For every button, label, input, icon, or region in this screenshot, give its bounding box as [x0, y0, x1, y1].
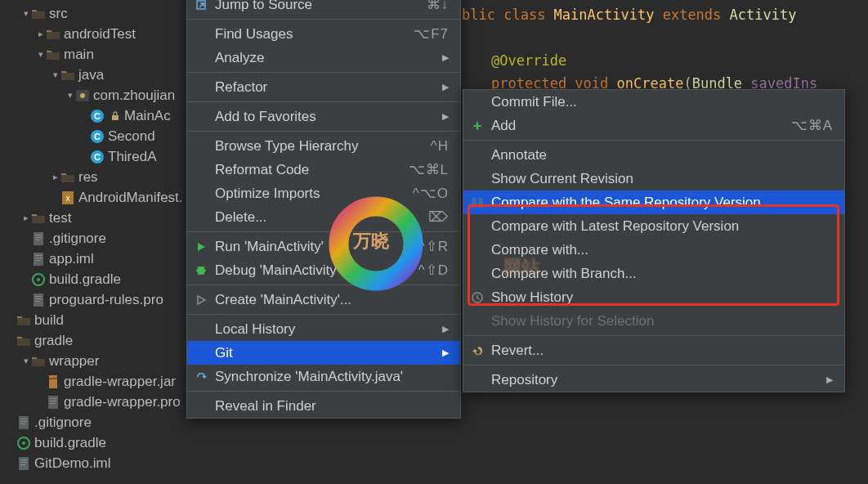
tree-item[interactable]: app.iml — [0, 249, 188, 269]
tree-item[interactable]: build.gradle — [0, 269, 188, 289]
menu-item[interactable]: Find Usages⌥F7 — [187, 22, 460, 46]
expand-arrow-icon[interactable]: ▸ — [51, 172, 60, 182]
tree-item[interactable]: build — [0, 310, 188, 330]
menu-item[interactable]: Commit File... — [463, 90, 844, 114]
tree-item[interactable]: .gitignore — [0, 228, 188, 249]
svg-point-5 — [80, 93, 85, 98]
tree-item[interactable]: ▾com.zhoujian — [0, 85, 188, 105]
menu-item[interactable]: Create 'MainActivity'... — [187, 288, 460, 311]
tree-item-label: gradle-wrapper.pro — [64, 394, 181, 410]
menu-item[interactable]: Local History▶ — [187, 317, 460, 341]
tree-item[interactable]: gradle-wrapper.jar — [0, 371, 188, 392]
menu-item[interactable]: Run 'MainActivity'^⇧R — [187, 235, 460, 258]
menu-item[interactable]: Add to Favorites▶ — [187, 105, 460, 128]
tree-item[interactable]: xAndroidManifest. — [0, 187, 188, 208]
menu-item[interactable]: Reveal in Finder — [187, 394, 460, 418]
menu-item[interactable]: Refactor▶ — [187, 75, 460, 99]
menu-item[interactable]: Compare with... — [463, 238, 844, 262]
context-menu[interactable]: Jump to Source⌘↓Find Usages⌥F7Analyze▶Re… — [186, 0, 461, 419]
menu-item[interactable]: Repository▶ — [463, 368, 844, 392]
menu-item-shortcut: ^⇧R — [418, 238, 449, 255]
menu-item[interactable]: Analyze▶ — [187, 46, 460, 69]
tree-item[interactable]: .gitignore — [0, 412, 188, 432]
tree-item[interactable]: ▸res — [0, 167, 188, 187]
menu-item-label: Show History for Selection — [491, 313, 833, 329]
menu-item[interactable]: Compare with Branch... — [463, 262, 844, 285]
tree-item[interactable]: GitDemo.iml — [0, 453, 188, 473]
expand-arrow-icon[interactable]: ▾ — [51, 69, 60, 80]
menu-item-label: Run 'MainActivity' — [215, 239, 396, 255]
tree-item[interactable]: ▸androidTest — [0, 24, 188, 44]
menu-item-label: Repository — [491, 372, 812, 388]
expand-arrow-icon[interactable]: ▾ — [21, 8, 31, 19]
tree-item[interactable]: ▾main — [0, 44, 188, 65]
tree-item[interactable]: ▾src — [0, 3, 188, 24]
package-icon — [75, 89, 90, 102]
menu-item[interactable]: Git▶ — [187, 341, 460, 365]
menu-item[interactable]: Annotate — [463, 143, 844, 167]
svg-rect-10 — [32, 216, 45, 223]
expand-arrow-icon[interactable]: ▾ — [21, 356, 31, 366]
tree-item-label: ThiredA — [108, 149, 157, 165]
sync-icon — [194, 370, 208, 383]
menu-item[interactable]: Show Current Revision — [463, 167, 844, 190]
svg-rect-14 — [35, 240, 40, 240]
folder-icon — [60, 69, 75, 82]
menu-item[interactable]: Optimize Imports^⌥O — [187, 182, 460, 205]
menu-item-shortcut: ⌥F7 — [414, 25, 449, 43]
menu-item[interactable]: Compare with the Same Repository Version — [463, 190, 844, 214]
menu-item[interactable]: Delete...⌦ — [187, 205, 460, 229]
file-prop-icon — [46, 396, 60, 409]
tree-item[interactable]: proguard-rules.pro — [0, 289, 188, 310]
menu-item[interactable]: Jump to Source⌘↓ — [187, 0, 460, 16]
code-token: Activity — [730, 7, 797, 23]
tree-item[interactable]: ▾wrapper — [0, 351, 188, 371]
menu-item-label: Find Usages — [215, 26, 391, 43]
git-submenu[interactable]: Commit File...+Add⌥⌘AAnnotateShow Curren… — [463, 89, 845, 392]
tree-item[interactable]: gradle — [0, 330, 188, 351]
menu-item-label: Annotate — [491, 147, 833, 164]
svg-rect-22 — [35, 296, 42, 297]
menu-item-shortcut: ⌦ — [428, 208, 449, 226]
menu-separator — [187, 101, 460, 102]
menu-item[interactable]: Debug 'MainActivity'^⇧D — [187, 258, 460, 282]
menu-item[interactable]: Synchronize 'MainActivity.java' — [187, 365, 460, 388]
run-cfg-icon — [194, 294, 208, 306]
expand-arrow-icon[interactable]: ▸ — [21, 213, 31, 223]
tree-item-label: com.zhoujian — [93, 87, 175, 104]
jump-icon — [194, 0, 208, 11]
svg-rect-25 — [17, 318, 30, 325]
svg-rect-12 — [35, 235, 42, 235]
tree-item[interactable]: ▾java — [0, 65, 188, 85]
menu-item-label: Add to Favorites — [215, 109, 427, 125]
tree-item-label: src — [49, 6, 68, 22]
expand-arrow-icon[interactable]: ▾ — [36, 49, 46, 60]
expand-arrow-icon[interactable]: ▸ — [36, 29, 46, 39]
tree-item-label: GitDemo.iml — [34, 455, 111, 472]
menu-item[interactable]: Browse Type Hierarchy^H — [187, 134, 460, 158]
tree-item[interactable]: CMainAc — [0, 105, 188, 126]
tree-item[interactable]: ▸test — [0, 208, 188, 228]
code-token: class — [503, 7, 553, 23]
svg-rect-7 — [61, 175, 74, 182]
tree-item-label: res — [78, 169, 98, 186]
tree-item[interactable]: gradle-wrapper.pro — [0, 392, 188, 412]
menu-item[interactable]: Show History — [463, 285, 844, 309]
expand-arrow-icon[interactable]: ▾ — [65, 90, 75, 101]
tree-item-label: Second — [108, 128, 155, 145]
menu-item[interactable]: +Add⌥⌘A — [463, 114, 844, 137]
debug-icon — [194, 264, 208, 277]
menu-item-shortcut: ^H — [431, 138, 449, 155]
menu-separator — [187, 72, 460, 73]
menu-item[interactable]: Reformat Code⌥⌘L — [187, 158, 460, 182]
tree-item-label: AndroidManifest. — [78, 190, 183, 206]
submenu-arrow-icon: ▶ — [442, 111, 449, 122]
tree-item[interactable]: CThiredA — [0, 146, 188, 167]
tree-item-label: java — [78, 67, 104, 83]
project-tree[interactable]: ▾src▸androidTest▾main▾java▾com.zhoujianC… — [0, 0, 188, 484]
menu-item[interactable]: Compare with Latest Repository Version — [463, 214, 844, 238]
tree-item[interactable]: build.gradle — [0, 432, 188, 453]
folder-res-icon — [60, 171, 75, 184]
menu-item[interactable]: Revert... — [463, 338, 844, 362]
tree-item[interactable]: CSecond — [0, 126, 188, 146]
